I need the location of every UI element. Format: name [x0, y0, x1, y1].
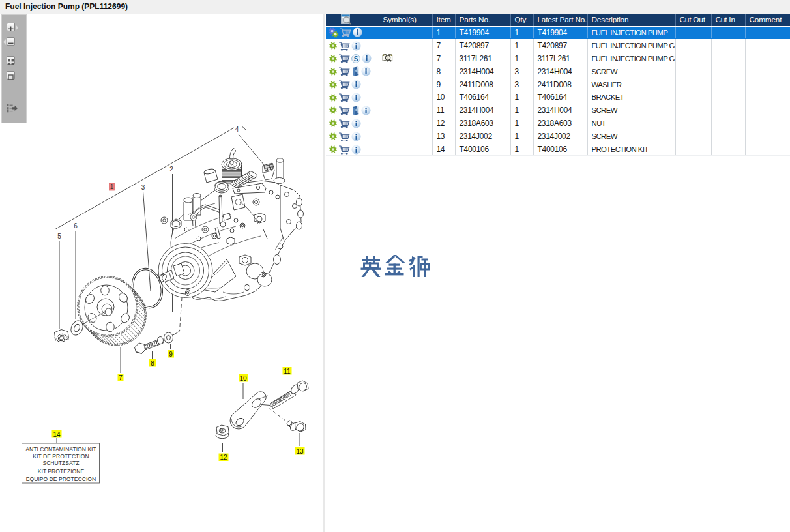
- svg-text:6: 6: [74, 222, 78, 229]
- svg-text:1: 1: [110, 183, 114, 190]
- svg-text:2: 2: [169, 166, 173, 173]
- svg-text:4: 4: [235, 126, 239, 133]
- svg-text:3: 3: [141, 184, 145, 191]
- svg-text:KIT DE PROTECTION: KIT DE PROTECTION: [33, 453, 89, 460]
- svg-text:7: 7: [119, 374, 123, 381]
- svg-text:S: S: [354, 55, 358, 63]
- svg-text:SCHUTZSATZ: SCHUTZSATZ: [42, 460, 79, 466]
- svg-text:10: 10: [239, 375, 247, 382]
- svg-text:EQUIPO DE PROTECCION: EQUIPO DE PROTECCION: [26, 476, 96, 482]
- svg-text:8: 8: [151, 360, 154, 367]
- svg-text:12: 12: [220, 454, 227, 461]
- svg-text:9: 9: [169, 351, 173, 358]
- svg-text:ANTI CONTAMINATION KIT: ANTI CONTAMINATION KIT: [25, 446, 96, 452]
- svg-text:14: 14: [53, 431, 61, 438]
- svg-text:5: 5: [57, 233, 61, 240]
- svg-text:13: 13: [296, 448, 304, 455]
- svg-text:KIT PROTEZIONE: KIT PROTEZIONE: [38, 468, 85, 475]
- svg-text:11: 11: [284, 368, 291, 375]
